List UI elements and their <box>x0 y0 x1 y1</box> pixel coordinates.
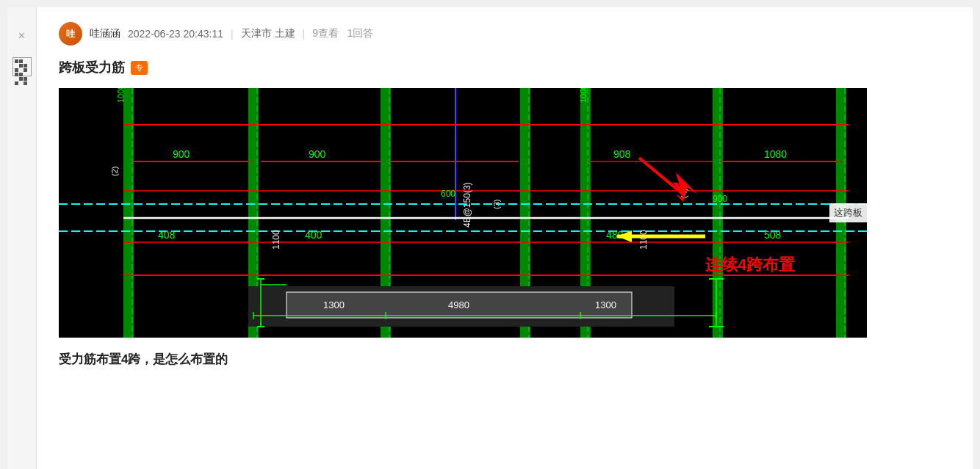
sidebar: × <box>7 7 37 469</box>
main-content: 哇 哇涵涵 2022-06-23 20:43:11 | 天津市 土建 | 9查看… <box>37 7 973 469</box>
close-icon[interactable]: × <box>18 29 25 43</box>
meta-date: 2022-06-23 20:43:11 <box>128 28 223 40</box>
view-count: 9查看 <box>312 27 339 39</box>
svg-text:(3): (3) <box>492 200 501 209</box>
svg-text:908: 908 <box>613 148 631 160</box>
separator-1: | <box>231 28 234 40</box>
svg-text:900: 900 <box>713 194 727 204</box>
avatar: 哇 <box>59 22 82 46</box>
page-container: × 哇 哇涵涵 2022-06-23 20:43:11 | 天津市 土建 | 9… <box>7 7 973 469</box>
side-annotation: 这跨板 <box>829 203 867 222</box>
svg-text:1300: 1300 <box>323 299 345 310</box>
pro-badge: 专 <box>131 61 148 75</box>
svg-text:4980: 4980 <box>448 299 469 310</box>
answer-count: 1回答 <box>347 27 374 39</box>
svg-text:508: 508 <box>764 229 782 241</box>
qr-code <box>12 57 32 76</box>
post-title: 跨板受力筋 <box>59 59 125 76</box>
svg-text:1000: 1000 <box>116 88 125 103</box>
meta-location: 天津市 土建 <box>241 27 295 40</box>
post-question: 受力筋布置4跨，是怎么布置的 <box>59 351 951 368</box>
svg-text:1100: 1100 <box>271 230 281 250</box>
cad-drawing: 900 900 908 1080 408 400 480 508 4B@150(… <box>59 88 867 338</box>
post-meta: 哇 哇涵涵 2022-06-23 20:43:11 | 天津市 土建 | 9查看… <box>59 22 951 46</box>
svg-text:900: 900 <box>309 148 326 160</box>
separator-2: | <box>303 28 306 40</box>
svg-text:1100: 1100 <box>638 230 649 250</box>
svg-text:408: 408 <box>158 229 176 241</box>
svg-text:600: 600 <box>441 189 455 199</box>
post-title-row: 跨板受力筋 专 <box>59 59 951 76</box>
svg-text:连续4跨布置: 连续4跨布置 <box>705 255 796 274</box>
svg-text:1080: 1080 <box>764 148 787 160</box>
author-name: 哇涵涵 <box>90 27 120 40</box>
meta-stats: 9查看 1回答 <box>312 27 373 40</box>
svg-text:4B@150(3): 4B@150(3) <box>462 182 472 228</box>
svg-text:400: 400 <box>305 229 323 241</box>
svg-text:1300: 1300 <box>595 299 616 310</box>
svg-text:(2): (2) <box>110 167 119 176</box>
svg-text:1000: 1000 <box>579 88 588 103</box>
svg-text:900: 900 <box>173 148 190 160</box>
cad-image: 900 900 908 1080 408 400 480 508 4B@150(… <box>59 88 867 338</box>
